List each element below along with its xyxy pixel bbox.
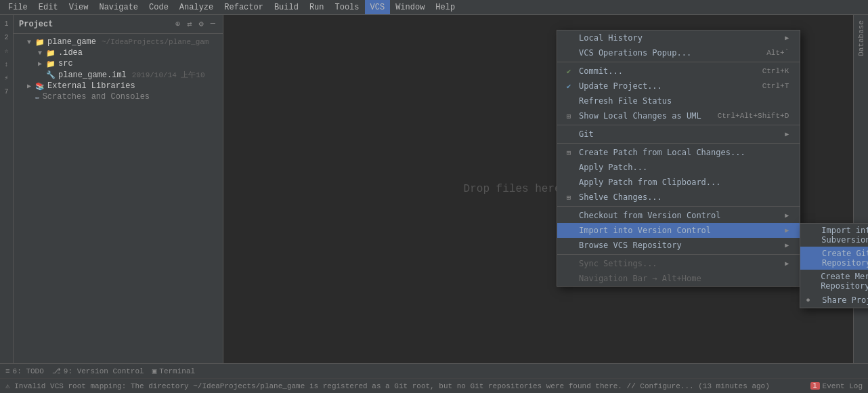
menu-code[interactable]: Code (144, 0, 174, 14)
bottom-bar: ≡ 6: TODO ⎇ 9: Version Control ▣ Termina… (0, 363, 868, 378)
menu-view[interactable]: View (64, 0, 94, 14)
bottom-item-version-control[interactable]: ⎇ 9: Version Control (52, 367, 144, 375)
panel-icon-settings[interactable]: ⚙ (197, 18, 206, 30)
database-label[interactable]: Database (857, 15, 865, 62)
bottom-item-terminal[interactable]: ▣ Terminal (152, 367, 195, 375)
menu-entry-apply-patch[interactable]: Apply Patch... (557, 160, 800, 175)
bottom-item-todo[interactable]: ≡ 6: TODO (5, 367, 44, 375)
tree-label: plane_game (47, 37, 96, 47)
menu-window[interactable]: Window (390, 0, 430, 14)
menu-entry-apply-clipboard[interactable]: Apply Patch from Clipboard... (557, 175, 800, 190)
menu-label-apply-clipboard: Apply Patch from Clipboard... (579, 178, 789, 187)
menu-entry-import-vcs[interactable]: Import into Version Control ▶ Import int… (557, 223, 800, 238)
menu-label-nav-bar: Navigation Bar → Alt+Home (579, 274, 789, 283)
vcs-dropdown: Local History ▶ VCS Operations Popup... … (557, 30, 800, 287)
separator-1 (557, 62, 800, 62)
todo-label: 6: TODO (13, 367, 44, 375)
menu-label-vcs-ops: VCS Operations Popup... (579, 48, 750, 58)
project-panel-title: Project (19, 20, 173, 29)
menu-vcs[interactable]: VCS (365, 0, 391, 14)
check-blue-icon: ✔ (563, 82, 575, 91)
menu-entry-git[interactable]: Git ▶ (557, 127, 800, 142)
left-sidebar-icons: 1 2 ☆ ↕ ⚡ 7 (0, 15, 14, 363)
menu-help[interactable]: Help (430, 0, 460, 14)
menu-entry-checkout[interactable]: Checkout from Version Control ▶ (557, 208, 800, 223)
tree-item-plane-game[interactable]: ▼ 📁 plane_game ~/IdeaProjects/plane_gam (14, 37, 223, 47)
menu-refactor[interactable]: Refactor (219, 0, 269, 14)
panel-icon-add[interactable]: ⊕ (173, 18, 182, 30)
panel-icon-minimize[interactable]: — (209, 18, 217, 30)
left-icon-2[interactable]: 2 (1, 31, 13, 43)
checkmark-icon: ✔ (563, 67, 575, 76)
menu-analyze[interactable]: Analyze (174, 0, 219, 14)
menu-entry-create-patch[interactable]: ⊞ Create Patch from Local Changes... (557, 145, 800, 160)
tree-arrow: ▼ (38, 49, 46, 57)
menu-label-checkout: Checkout from Version Control (579, 211, 779, 220)
submenu-label-create-git: Create Git Repository... (822, 249, 868, 268)
menu-label-commit: Commit... (579, 66, 746, 76)
left-icon-1[interactable]: 1 (1, 18, 13, 30)
submenu-entry-mercurial[interactable]: Create Mercurial Repository (800, 270, 868, 293)
separator-3 (557, 143, 800, 144)
menu-edit[interactable]: Edit (33, 0, 64, 14)
menu-build[interactable]: Build (269, 0, 304, 14)
tree-meta: 2019/10/14 上午10 (132, 70, 205, 80)
menu-file[interactable]: File (3, 0, 33, 14)
tree-item-external-libs[interactable]: ▶ 📚 External Libraries (14, 81, 223, 91)
tree-item-src[interactable]: ▶ 📁 src (14, 58, 223, 69)
main-layout: 1 2 ☆ ↕ ⚡ 7 Project ⊕ ⇄ ⚙ — ▼ 📁 plane_ga… (0, 15, 868, 363)
project-panel: Project ⊕ ⇄ ⚙ — ▼ 📁 plane_game ~/IdeaPro… (14, 15, 223, 363)
left-icon-6[interactable]: 7 (1, 85, 13, 98)
tree-item-idea[interactable]: ▼ 📁 .idea (14, 47, 223, 58)
tree-label: plane_game.iml (58, 70, 127, 80)
menu-entry-nav-bar: Navigation Bar → Alt+Home (557, 271, 800, 286)
editor-area: Drop files here to open Local History ▶ … (223, 15, 853, 363)
left-icon-4[interactable]: ↕ (1, 58, 13, 70)
terminal-label: Terminal (159, 367, 195, 375)
event-log-label: Event Log (823, 382, 863, 390)
separator-5 (557, 254, 800, 255)
menu-icon-uml: ⊞ (563, 112, 575, 121)
lib-icon: 📚 (35, 82, 45, 91)
menu-label-create-patch: Create Patch from Local Changes... (579, 148, 789, 157)
event-log-button[interactable]: 1 Event Log (810, 382, 863, 390)
menu-label-import-vcs: Import into Version Control (579, 226, 779, 235)
status-text: ⚠ Invalid VCS root mapping: The director… (5, 381, 810, 390)
menu-label-browse-vcs: Browse VCS Repository (579, 241, 779, 250)
left-icon-5[interactable]: ⚡ (1, 72, 13, 84)
scratches-icon: ✏ (35, 93, 40, 102)
menu-label-git: Git (579, 129, 779, 139)
tree-item-scratches[interactable]: ✏ Scratches and Consoles (14, 91, 223, 102)
tree-arrow: ▼ (27, 39, 35, 46)
menu-entry-browse-vcs[interactable]: Browse VCS Repository ▶ (557, 238, 800, 253)
menu-label-shelve: Shelve Changes... (579, 192, 789, 202)
submenu-entry-subversion[interactable]: Import into Subversion... (800, 224, 868, 247)
menu-entry-sync: Sync Settings... ▶ (557, 256, 800, 271)
menu-label-uml: Show Local Changes as UML (579, 111, 701, 121)
submenu-entry-create-git[interactable]: Create Git Repository... (800, 247, 868, 270)
menu-entry-refresh[interactable]: Refresh File Status (557, 94, 800, 108)
tree-item-iml[interactable]: 🔧 plane_game.iml 2019/10/14 上午10 (14, 69, 223, 81)
vc-icon: ⎇ (52, 367, 61, 375)
menu-bar: File Edit View Navigate Code Analyze Ref… (0, 0, 868, 15)
menu-run[interactable]: Run (304, 0, 330, 14)
import-submenu: Import into Subversion... Create Git Rep… (800, 223, 868, 308)
submenu-entry-github[interactable]: ● Share Project on GitHub (800, 293, 868, 308)
separator-2 (557, 125, 800, 125)
tree-label: .idea (58, 48, 83, 58)
menu-navigate[interactable]: Navigate (93, 0, 144, 14)
menu-entry-shelve[interactable]: ⊞ Shelve Changes... (557, 190, 800, 205)
left-icon-3[interactable]: ☆ (1, 45, 13, 57)
panel-icon-sync[interactable]: ⇄ (185, 18, 194, 30)
shortcut-vcs-ops: Alt+` (766, 49, 789, 57)
tree-label: External Libraries (47, 81, 135, 91)
menu-entry-commit[interactable]: ✔ Commit... Ctrl+K (557, 64, 800, 79)
shortcut-commit: Ctrl+K (762, 67, 789, 75)
menu-entry-update[interactable]: ✔ Update Project... Ctrl+T (557, 79, 800, 94)
menu-tools[interactable]: Tools (330, 0, 365, 14)
sync-arrow-icon: ▶ (785, 260, 789, 268)
menu-entry-local-history[interactable]: Local History ▶ (557, 30, 800, 45)
menu-label-apply-patch: Apply Patch... (579, 163, 789, 172)
menu-entry-vcs-ops[interactable]: VCS Operations Popup... Alt+` (557, 45, 800, 60)
menu-entry-uml[interactable]: ⊞ Show Local Changes as UML Ctrl+Alt+Shi… (557, 108, 800, 123)
